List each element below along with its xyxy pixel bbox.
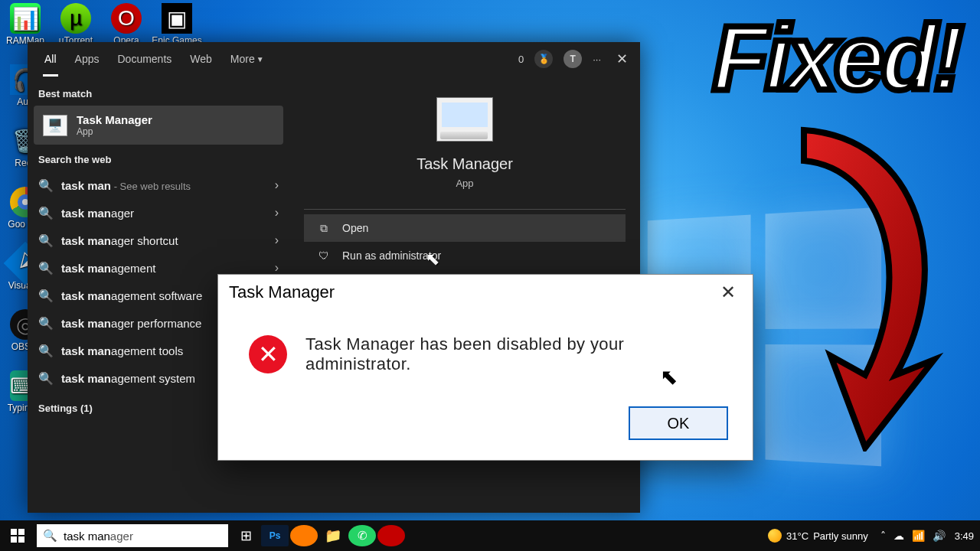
tab-apps[interactable]: Apps	[66, 42, 109, 76]
search-icon: 🔍	[38, 233, 52, 248]
best-match-item[interactable]: 🖥️ Task Manager App	[34, 106, 283, 145]
error-dialog: Task Manager ✕ ✕ Task Manager has been d…	[217, 274, 753, 461]
search-filter-tabs: All Apps Documents Web More ▼	[35, 42, 273, 76]
search-icon: 🔍	[38, 206, 52, 220]
more-options-button[interactable]: ···	[593, 54, 601, 65]
pinned-opera[interactable]	[377, 520, 406, 551]
preview-subtitle: App	[456, 178, 473, 189]
onedrive-icon[interactable]: ☁	[893, 530, 904, 542]
system-tray: ˄ ☁ 📶 🔊	[880, 530, 946, 542]
windows-icon	[11, 529, 24, 543]
chevron-right-icon: ›	[275, 233, 279, 247]
weather-widget[interactable]: 31°C Partly sunny	[768, 529, 868, 543]
best-match-title: Task Manager	[77, 113, 152, 126]
chevron-right-icon: ›	[275, 261, 279, 275]
cursor-icon: ⬉	[426, 249, 439, 269]
pinned-explorer[interactable]: 📁	[318, 520, 348, 551]
search-icon: 🔍	[38, 371, 52, 386]
rammap-icon: 📊	[10, 3, 41, 34]
start-button[interactable]	[0, 520, 35, 551]
user-avatar[interactable]: T	[564, 50, 582, 68]
task-view-button[interactable]: ⊞	[231, 520, 260, 551]
tab-web[interactable]: Web	[181, 42, 221, 76]
taskbar-search-box[interactable]: 🔍 task manager	[37, 524, 228, 547]
rewards-icon[interactable]: 🏅	[534, 50, 553, 68]
dialog-close-button[interactable]: ✕	[714, 282, 742, 303]
web-suggestion[interactable]: 🔍task manager›	[28, 199, 289, 227]
epic-icon: ▣	[162, 3, 192, 34]
action-open[interactable]: ⧉ Open	[304, 214, 626, 242]
wifi-icon[interactable]: 📶	[912, 530, 925, 542]
fixed-overlay-text: Fixed!	[713, 5, 960, 110]
search-icon: 🔍	[38, 289, 52, 303]
volume-icon[interactable]: 🔊	[933, 530, 946, 542]
taskmgr-icon: 🖥️	[43, 115, 67, 136]
search-panel-topbar: All Apps Documents Web More ▼ 0 🏅 T ··· …	[28, 42, 640, 76]
taskmgr-large-icon	[436, 97, 493, 142]
pinned-firefox[interactable]	[289, 520, 318, 551]
search-typed: task man	[64, 530, 110, 543]
weather-desc: Partly sunny	[813, 530, 868, 542]
divider	[304, 209, 626, 210]
shield-icon: 🛡	[318, 249, 330, 262]
weather-temp: 31°C	[786, 530, 808, 542]
red-arrow-graphic	[781, 122, 949, 452]
taskbar: 🔍 task manager ⊞ Ps 📁 ✆ 31°C Partly sunn…	[0, 520, 980, 551]
preview-title: Task Manager	[416, 155, 513, 173]
search-icon: 🔍	[38, 261, 52, 276]
search-icon: 🔍	[43, 529, 57, 543]
error-icon: ✕	[249, 335, 287, 373]
rewards-counter[interactable]: 0	[518, 54, 524, 65]
best-match-subtitle: App	[77, 126, 152, 137]
chevron-right-icon: ›	[275, 178, 279, 192]
tab-more[interactable]: More ▼	[221, 42, 273, 76]
dialog-title: Task Manager	[229, 282, 335, 302]
utorrent-icon: µ	[60, 3, 91, 34]
pinned-photoshop[interactable]: Ps	[260, 520, 289, 551]
tray-overflow-chevron[interactable]: ˄	[880, 530, 886, 542]
best-match-label: Best match	[28, 79, 289, 106]
search-icon: 🔍	[38, 344, 52, 358]
chevron-down-icon: ▼	[256, 55, 264, 64]
weather-icon	[768, 529, 782, 543]
search-icon: 🔍	[38, 178, 52, 193]
search-icon: 🔍	[38, 316, 52, 331]
action-run-admin[interactable]: 🛡 Run as administrator	[304, 242, 626, 269]
cursor-icon: ⬉	[660, 364, 678, 390]
opera-icon: O	[111, 3, 142, 34]
tab-all[interactable]: All	[35, 42, 66, 76]
pinned-whatsapp[interactable]: ✆	[348, 520, 377, 551]
tab-documents[interactable]: Documents	[108, 42, 181, 76]
search-web-label: Search the web	[28, 145, 289, 171]
web-suggestion[interactable]: 🔍task manager shortcut›	[28, 227, 289, 254]
taskbar-clock[interactable]: 3:49	[955, 530, 974, 542]
chevron-right-icon: ›	[275, 206, 279, 220]
close-search-button[interactable]: ✕	[612, 47, 632, 70]
open-icon: ⧉	[318, 222, 330, 235]
web-suggestion[interactable]: 🔍task man - See web results›	[28, 171, 289, 199]
ok-button[interactable]: OK	[629, 406, 728, 440]
search-ghost: ager	[110, 530, 133, 543]
